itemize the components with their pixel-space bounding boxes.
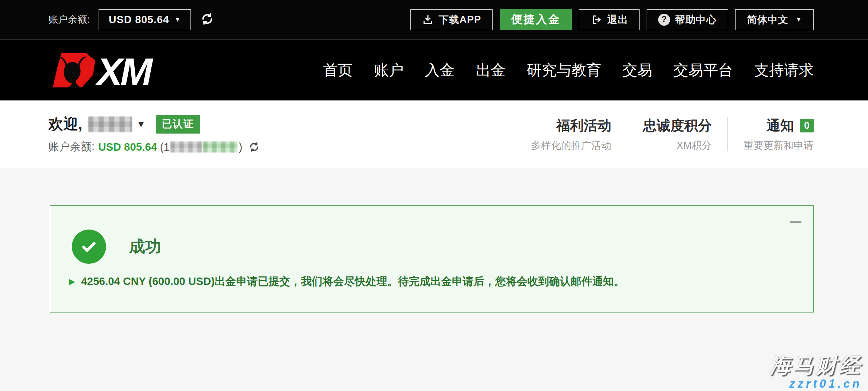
success-message-row: ▶ 4256.04 CNY (600.00 USD)出金申请已提交，我们将会尽快… bbox=[50, 264, 813, 289]
nav-item-deposit[interactable]: 入金 bbox=[425, 60, 455, 80]
success-check-icon bbox=[72, 230, 106, 264]
verified-status-badge: 已认证 bbox=[156, 115, 200, 134]
account-holder-name-redacted bbox=[88, 116, 132, 132]
account-balance-dropdown[interactable]: USD 805.64 ▼ bbox=[99, 9, 190, 30]
nav-item-support[interactable]: 支持请求 bbox=[754, 60, 814, 80]
loyalty-subtitle: XM积分 bbox=[677, 139, 712, 152]
welcome-greeting: 欢迎, bbox=[48, 114, 82, 134]
logout-label: 退出 bbox=[607, 13, 628, 26]
top-utility-bar: 账户余额: USD 805.64 ▼ 下载APP 便捷入金 bbox=[0, 0, 868, 40]
welcome-strip: 欢迎, ▼ 已认证 账户余额: USD 805.64 (1 ) 福利活动 多样化… bbox=[0, 100, 868, 168]
success-title: 成功 bbox=[129, 236, 161, 257]
xm-logo-text: XM bbox=[95, 52, 153, 89]
notification-count-badge: 0 bbox=[800, 119, 814, 132]
account-number-redacted-green bbox=[203, 141, 237, 153]
site-watermark: 海马财经 zzrt01.cn bbox=[770, 354, 862, 390]
xm-logo-bull-icon bbox=[53, 53, 95, 88]
loyalty-title: 忠诚度积分 bbox=[643, 116, 712, 135]
primary-navigation: 首页 账户 入金 出金 研究与教育 交易 交易平台 支持请求 bbox=[323, 60, 814, 80]
success-message-text: 4256.04 CNY (600.00 USD)出金申请已提交，我们将会尽快处理… bbox=[81, 274, 625, 289]
nav-item-withdraw[interactable]: 出金 bbox=[476, 60, 506, 80]
question-icon: ? bbox=[658, 14, 670, 26]
notifications-subtitle: 重要更新和申请 bbox=[743, 139, 814, 152]
xm-logo[interactable]: XM bbox=[49, 52, 161, 89]
quick-deposit-button[interactable]: 便捷入金 bbox=[500, 9, 572, 30]
balance-label: 账户余额: bbox=[48, 140, 95, 154]
main-content: 成功 ▶ 4256.04 CNY (600.00 USD)出金申请已提交，我们将… bbox=[0, 168, 868, 313]
watermark-brand: 海马财经 bbox=[770, 354, 862, 377]
quick-deposit-label: 便捷入金 bbox=[511, 12, 560, 27]
watermark-url: zzrt01.cn bbox=[770, 378, 862, 390]
refresh-balance-small-button[interactable] bbox=[249, 141, 260, 153]
account-number-close: ) bbox=[239, 141, 243, 153]
promotions-title: 福利活动 bbox=[556, 116, 611, 135]
loyalty-points-link[interactable]: 忠诚度积分 XM积分 bbox=[627, 116, 727, 152]
help-center-button[interactable]: ? 帮助中心 bbox=[647, 9, 728, 30]
collapse-alert-button[interactable] bbox=[790, 221, 801, 223]
download-app-button[interactable]: 下载APP bbox=[410, 9, 493, 30]
nav-item-research-education[interactable]: 研究与教育 bbox=[527, 60, 601, 80]
promotions-subtitle: 多样化的推广活动 bbox=[531, 139, 611, 152]
account-switch-chevron-icon[interactable]: ▼ bbox=[137, 119, 145, 129]
nav-item-trading[interactable]: 交易 bbox=[622, 60, 652, 80]
logout-icon bbox=[590, 14, 602, 26]
notifications-link[interactable]: 通知 0 重要更新和申请 bbox=[728, 116, 814, 152]
success-alert: 成功 ▶ 4256.04 CNY (600.00 USD)出金申请已提交，我们将… bbox=[50, 205, 814, 313]
chevron-down-icon: ▼ bbox=[174, 16, 181, 23]
nav-item-platforms[interactable]: 交易平台 bbox=[673, 60, 733, 80]
help-center-label: 帮助中心 bbox=[675, 13, 717, 26]
promotions-link[interactable]: 福利活动 多样化的推广活动 bbox=[515, 116, 627, 152]
download-app-label: 下载APP bbox=[439, 13, 481, 26]
balance-value: USD 805.64 bbox=[98, 141, 157, 153]
account-number-open: (1 bbox=[160, 141, 170, 153]
nav-item-account[interactable]: 账户 bbox=[374, 60, 404, 80]
account-balance-label: 账户余额: bbox=[48, 13, 90, 26]
account-balance-value: USD 805.64 bbox=[109, 14, 169, 26]
refresh-balance-button[interactable] bbox=[201, 12, 214, 27]
account-number-redacted bbox=[170, 141, 202, 153]
nav-item-home[interactable]: 首页 bbox=[323, 60, 353, 80]
refresh-icon bbox=[201, 12, 214, 27]
success-alert-header: 成功 bbox=[50, 206, 813, 264]
language-label: 简体中文 bbox=[747, 13, 788, 26]
logout-button[interactable]: 退出 bbox=[579, 9, 640, 30]
triangle-bullet-icon: ▶ bbox=[69, 278, 75, 286]
welcome-info: 欢迎, ▼ 已认证 账户余额: USD 805.64 (1 ) bbox=[48, 114, 260, 154]
welcome-quick-links: 福利活动 多样化的推广活动 忠诚度积分 XM积分 通知 0 重要更新和申请 bbox=[515, 116, 814, 152]
download-icon bbox=[422, 14, 434, 26]
notifications-title: 通知 bbox=[766, 116, 794, 135]
language-selector-button[interactable]: 简体中文 ▼ bbox=[735, 9, 814, 30]
main-nav-bar: XM 首页 账户 入金 出金 研究与教育 交易 交易平台 支持请求 bbox=[0, 40, 868, 100]
chevron-down-icon: ▼ bbox=[795, 16, 802, 23]
